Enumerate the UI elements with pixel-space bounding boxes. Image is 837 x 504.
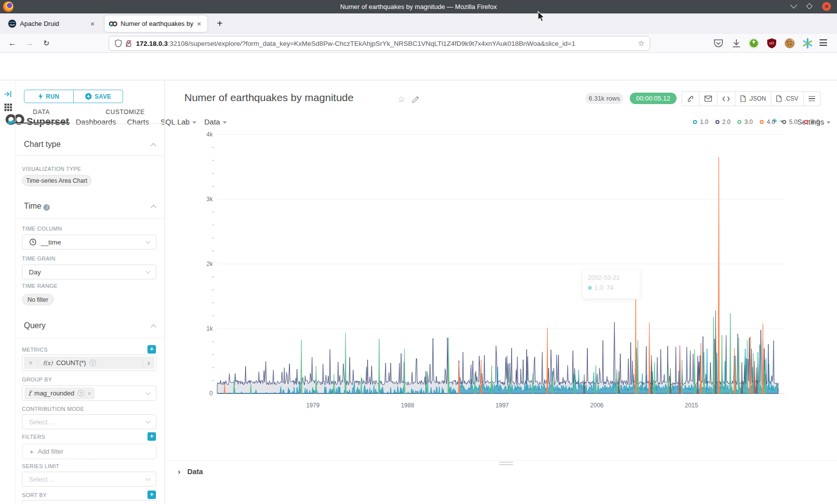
viz-type-pill[interactable]: Time-series Area Chart	[22, 175, 92, 186]
section-query: Query	[24, 321, 46, 330]
expand-caret-icon[interactable]: ›	[178, 467, 180, 476]
druid-favicon	[8, 19, 16, 28]
timeseries-area-chart[interactable]: 01k2k3k4k19791988199720062015	[164, 0, 837, 504]
contribution-mode-label: CONTRIBUTION MODE	[22, 406, 84, 412]
superset-favicon	[109, 21, 118, 27]
chart-tooltip: 2002-03-21 1.0: 74	[583, 270, 640, 298]
svg-text:1988: 1988	[401, 402, 415, 409]
chevron-up-icon[interactable]	[150, 143, 156, 148]
svg-text:1979: 1979	[306, 402, 320, 409]
svg-text:1k: 1k	[206, 325, 213, 332]
nav-item-charts[interactable]: Charts	[127, 118, 149, 126]
series-dot-icon	[588, 286, 592, 290]
run-save-group: RUN SAVE	[24, 90, 123, 103]
svg-text:3k: 3k	[206, 196, 213, 203]
group-by-select[interactable]: f mag_rounded ? ×	[22, 385, 156, 401]
series-limit-select[interactable]: Select ...	[22, 472, 156, 487]
save-button[interactable]: SAVE	[74, 90, 123, 103]
tabs-divider	[15, 124, 164, 124]
tab-data[interactable]: DATA	[33, 109, 50, 116]
svg-text:4k: 4k	[206, 131, 213, 138]
chevron-up-icon[interactable]	[150, 324, 156, 330]
plus-circle-icon	[85, 93, 92, 100]
svg-text:2015: 2015	[685, 402, 698, 409]
sort-by-select[interactable]	[22, 500, 156, 504]
help-icon: ?	[90, 360, 96, 366]
group-by-label: GROUP BY	[22, 377, 52, 382]
clock-icon	[29, 239, 36, 246]
chevron-down-icon	[146, 476, 151, 481]
application-window: Numer of earthquakes by magnitude — Mozi…	[0, 0, 837, 504]
chevron-down-icon	[146, 419, 151, 424]
expand-metric-icon[interactable]: ›	[142, 359, 154, 368]
time-grain-label: TIME GRAIN	[22, 255, 55, 261]
sort-by-label: SORT BY	[22, 492, 47, 498]
dataset-grid-icon[interactable]	[4, 104, 12, 111]
remove-groupby-icon[interactable]: ×	[88, 390, 91, 396]
add-sort-by-button[interactable]: +	[147, 491, 156, 499]
section-time: Time i	[24, 202, 50, 211]
reload-icon[interactable]: ↻	[39, 34, 54, 53]
visualization-type-label: VISUALIZATION TYPE	[22, 166, 81, 172]
section-chart-type: Chart type	[24, 140, 61, 149]
tab-label: Apache Druid	[20, 20, 59, 27]
chevron-down-icon	[146, 239, 151, 244]
add-filter-box[interactable]: + Add filter	[22, 444, 156, 459]
tab-close-icon[interactable]: ×	[88, 19, 97, 28]
time-column-select[interactable]: __time	[22, 235, 156, 250]
time-grain-select[interactable]: Day	[22, 264, 156, 279]
plus-icon: +	[29, 447, 34, 456]
section-divider	[15, 218, 164, 219]
add-filter-plus-button[interactable]: +	[147, 432, 156, 441]
chevron-down-icon	[146, 390, 151, 395]
group-by-pill[interactable]: f mag_rounded ? ×	[24, 387, 95, 399]
contribution-mode-select[interactable]: Select ...	[22, 414, 156, 429]
forward-icon[interactable]: →	[22, 34, 37, 53]
info-icon: i	[43, 204, 50, 211]
icon-strip-divider	[15, 80, 15, 504]
brand-name: Superset	[26, 116, 69, 127]
add-metric-button[interactable]: +	[147, 345, 156, 354]
back-icon[interactable]: ←	[5, 34, 20, 53]
svg-text:1997: 1997	[496, 402, 509, 409]
data-panel-label[interactable]: Data	[187, 468, 203, 476]
time-range-label: TIME RANGE	[22, 283, 57, 289]
svg-text:2k: 2k	[206, 260, 213, 267]
remove-metric-icon[interactable]: ×	[24, 360, 38, 367]
section-divider	[15, 155, 164, 156]
svg-text:0: 0	[209, 390, 213, 397]
section-divider	[15, 338, 164, 338]
column-icon: f	[28, 389, 31, 397]
chevron-up-icon[interactable]	[150, 205, 156, 210]
metric-name: COUNT(*)	[56, 359, 86, 367]
lock-disabled-icon[interactable]	[125, 39, 132, 47]
nav-item-dashboards[interactable]: Dashboards	[76, 118, 116, 126]
tab-apache-druid[interactable]: Apache Druid ×	[4, 15, 101, 32]
help-icon: ?	[78, 390, 84, 396]
time-column-label: TIME COLUMN	[22, 226, 62, 232]
south-pane	[165, 460, 837, 504]
run-button[interactable]: RUN	[24, 90, 74, 103]
chevron-down-icon	[146, 269, 151, 274]
resize-handle[interactable]	[499, 462, 513, 467]
time-range-pill[interactable]: No filter	[22, 294, 54, 305]
metric-item[interactable]: × f(x) COUNT(*) ? ›	[22, 355, 156, 371]
lightning-icon	[38, 93, 43, 100]
metrics-label: METRICS	[22, 347, 48, 353]
mouse-cursor	[537, 11, 546, 23]
url-host: 172.18.0.3	[136, 40, 168, 47]
svg-text:2006: 2006	[590, 402, 604, 409]
tooltip-value: 1.0: 74	[594, 284, 613, 291]
tab-customize[interactable]: CUSTOMIZE	[106, 109, 145, 116]
series-limit-label: SERIES LIMIT	[22, 463, 59, 469]
fx-icon: f(x)	[43, 360, 53, 367]
tooltip-date: 2002-03-21	[588, 274, 635, 281]
collapse-panel-icon[interactable]	[4, 91, 12, 98]
filters-label: FILTERS	[22, 434, 45, 440]
shield-icon[interactable]	[115, 39, 122, 47]
